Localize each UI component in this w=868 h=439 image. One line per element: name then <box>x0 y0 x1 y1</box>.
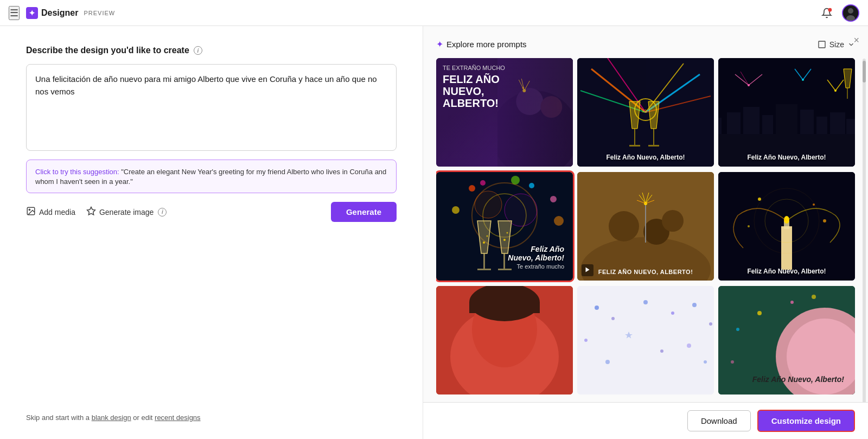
svg-rect-105 <box>469 302 540 313</box>
add-media-button[interactable]: Add media <box>26 206 75 218</box>
footer-text: Skip and start with a <box>26 413 92 422</box>
svg-point-117 <box>704 360 707 364</box>
design-card-4[interactable]: Feliz AñoNuevo, Alberto! Te extraño much… <box>436 172 573 281</box>
svg-point-61 <box>529 183 534 188</box>
svg-rect-41 <box>830 112 845 134</box>
download-button[interactable]: Download <box>687 410 751 431</box>
svg-point-75 <box>503 239 506 241</box>
svg-point-65 <box>480 180 486 186</box>
recent-designs-link[interactable]: recent designs <box>155 413 201 422</box>
svg-point-76 <box>507 232 508 234</box>
svg-point-111 <box>692 303 697 307</box>
svg-rect-7 <box>819 41 825 48</box>
size-button[interactable]: Size <box>818 40 855 49</box>
scrollbar[interactable] <box>863 59 866 439</box>
svg-point-97 <box>758 198 761 201</box>
svg-rect-33 <box>718 134 855 167</box>
explore-prompts: ✦ Explore more prompts <box>436 39 527 49</box>
app-name: Designer <box>41 8 78 18</box>
scroll-thumb <box>863 61 866 82</box>
design-card-8[interactable] <box>577 286 714 395</box>
svg-rect-40 <box>816 117 827 134</box>
svg-point-112 <box>709 322 712 326</box>
svg-rect-26 <box>629 145 640 147</box>
svg-point-79 <box>609 211 639 241</box>
svg-point-58 <box>475 191 502 218</box>
svg-rect-54 <box>847 88 848 99</box>
logo-icon: ✦ <box>26 7 38 19</box>
footer-links: Skip and start with a blank design or ed… <box>26 403 397 422</box>
svg-point-122 <box>757 311 762 315</box>
svg-point-81 <box>662 210 684 232</box>
svg-point-114 <box>605 360 610 364</box>
describe-label: Describe the design you'd like to create… <box>26 46 397 55</box>
svg-point-123 <box>790 301 794 304</box>
svg-rect-42 <box>846 119 855 134</box>
generate-image-button[interactable]: Generate image i <box>86 206 167 218</box>
svg-rect-34 <box>718 118 722 134</box>
top-navigation: ☰ ✦ Designer PREVIEW <box>0 0 868 26</box>
svg-point-126 <box>731 360 734 364</box>
svg-rect-39 <box>800 110 814 134</box>
right-panel-header: ✦ Explore more prompts Size <box>436 39 855 49</box>
add-media-icon <box>26 206 36 218</box>
svg-point-2 <box>848 8 853 14</box>
notification-button[interactable] <box>818 4 835 22</box>
svg-rect-36 <box>743 107 760 134</box>
design-card-9[interactable]: Feliz Año Nuevo, Alberto! <box>718 286 855 395</box>
close-button[interactable]: × <box>853 35 859 46</box>
bottom-action-bar: Download Customize design <box>423 402 868 439</box>
svg-rect-37 <box>762 115 773 134</box>
main-layout: Describe the design you'd like to create… <box>0 26 868 439</box>
svg-point-66 <box>554 216 564 226</box>
footer-middle: or edit <box>133 413 155 422</box>
svg-marker-6 <box>87 207 95 214</box>
svg-point-99 <box>748 225 750 227</box>
design-card-7[interactable] <box>436 286 573 395</box>
design-card-2[interactable]: 12 Feliz Año Nuevo, Alberto! <box>577 58 714 167</box>
svg-point-5 <box>29 209 30 210</box>
app-logo: ✦ Designer PREVIEW <box>26 7 115 19</box>
left-panel: Describe the design you'd like to create… <box>0 26 423 439</box>
svg-point-73 <box>483 241 485 244</box>
svg-rect-69 <box>477 269 491 270</box>
hamburger-menu[interactable]: ☰ <box>9 6 20 20</box>
svg-rect-28 <box>653 129 654 145</box>
svg-point-125 <box>812 295 816 299</box>
svg-point-64 <box>511 176 520 184</box>
generate-image-info-icon[interactable]: i <box>158 208 167 217</box>
svg-point-100 <box>823 219 826 222</box>
add-media-label: Add media <box>39 208 75 217</box>
generate-image-label: Generate image <box>99 208 154 217</box>
explore-prompts-label: Explore more prompts <box>446 40 527 49</box>
svg-point-113 <box>584 339 588 342</box>
sparkle-icon: ✦ <box>436 39 443 49</box>
svg-point-60 <box>469 185 475 192</box>
generate-button[interactable]: Generate <box>331 202 397 222</box>
svg-point-62 <box>452 206 459 214</box>
design-card-1[interactable]: TE EXTRAÑO MUCHO FELIZ AÑONUEVO,ALBERTO! <box>436 58 573 167</box>
design-grid: TE EXTRAÑO MUCHO FELIZ AÑONUEVO,ALBERTO! <box>436 58 855 439</box>
suggestion-box[interactable]: Click to try this suggestion: "Create an… <box>26 160 397 193</box>
svg-point-108 <box>611 317 615 320</box>
blank-design-link[interactable]: blank design <box>92 413 131 422</box>
customize-design-button[interactable]: Customize design <box>757 410 855 432</box>
svg-marker-90 <box>586 268 590 272</box>
svg-rect-25 <box>634 129 635 145</box>
svg-point-110 <box>671 311 674 315</box>
svg-point-109 <box>643 300 648 304</box>
svg-point-116 <box>687 343 691 348</box>
prompt-textarea[interactable]: Una felicitación de año nuevo para mi am… <box>26 64 397 151</box>
user-avatar[interactable] <box>842 4 859 22</box>
svg-point-74 <box>487 236 488 237</box>
design-card-3[interactable]: Feliz Año Nuevo, Alberto! <box>718 58 855 167</box>
svg-rect-29 <box>648 145 659 147</box>
video-badge <box>582 264 593 276</box>
svg-point-98 <box>813 203 815 206</box>
design-card-6[interactable]: Feliz Año Nuevo, Alberto! <box>718 172 855 281</box>
design-card-5[interactable]: FELIZ AÑO NUEVO, ALBERTO! <box>577 172 714 281</box>
right-panel: × ✦ Explore more prompts Size <box>423 26 868 439</box>
describe-info-icon[interactable]: i <box>194 46 202 55</box>
svg-rect-71 <box>503 253 505 269</box>
svg-point-115 <box>660 349 663 353</box>
